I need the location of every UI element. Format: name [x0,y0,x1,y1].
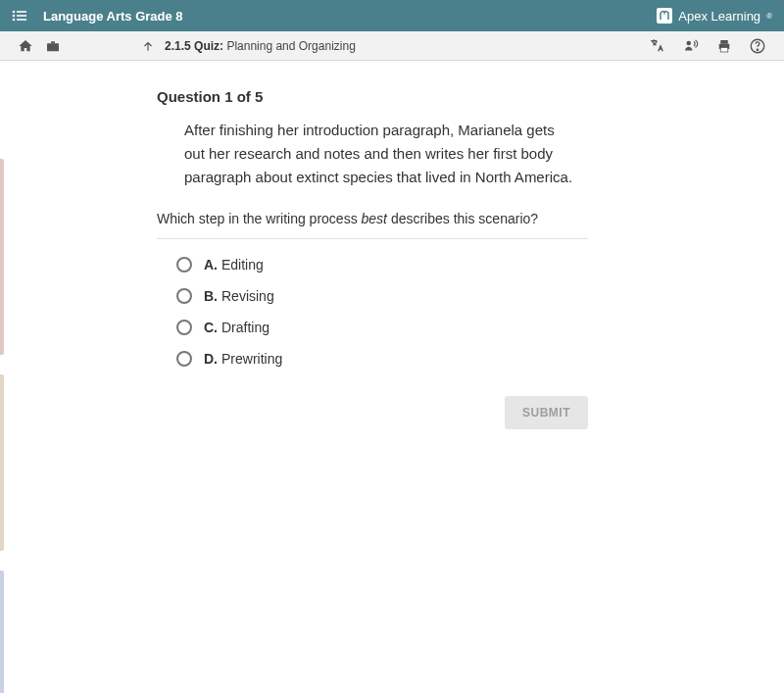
choices-list: A.Editing B.Revising C.Drafting D.Prewri… [176,257,588,367]
edge-accent [0,374,4,551]
radio-icon[interactable] [176,288,192,304]
radio-icon[interactable] [176,320,192,335]
svg-point-0 [13,11,16,14]
choice-a[interactable]: A.Editing [176,257,588,272]
prompt-post: describes this scenario? [387,211,538,226]
choice-text: Revising [221,288,274,304]
svg-rect-6 [657,8,672,24]
help-icon[interactable] [749,37,766,55]
question-prompt: Which step in the writing process best d… [157,211,588,226]
choice-c[interactable]: C.Drafting [176,320,588,335]
divider [157,238,588,239]
choice-text: Drafting [221,320,270,335]
radio-icon[interactable] [176,257,192,272]
svg-rect-3 [17,15,26,17]
sub-toolbar: 2.1.5 Quiz: Planning and Organizing [0,31,784,61]
svg-rect-8 [51,41,55,43]
choice-d[interactable]: D.Prewriting [176,351,588,367]
choice-b[interactable]: B.Revising [176,288,588,304]
brand-text: Apex Learning [678,9,760,24]
choice-letter: C. [204,320,218,335]
edge-accent [0,159,4,355]
print-icon[interactable] [715,37,733,55]
course-title: Language Arts Grade 8 [43,9,183,24]
menu-icon[interactable] [12,10,27,22]
read-aloud-icon[interactable] [682,37,700,55]
prompt-pre: Which step in the writing process [157,211,362,226]
question-panel: Question 1 of 5 After finishing her intr… [157,88,588,429]
crumb-title: Planning and Organizing [226,39,355,53]
question-passage: After finishing her introduction paragra… [184,119,576,189]
svg-rect-12 [720,47,728,52]
breadcrumb[interactable]: 2.1.5 Quiz: Planning and Organizing [141,39,356,53]
top-header: Language Arts Grade 8 Apex Learning ® [0,0,784,31]
choice-letter: B. [204,288,218,304]
home-icon[interactable] [18,38,33,54]
crumb-type: Quiz: [194,39,223,53]
svg-rect-1 [17,11,26,13]
up-arrow-icon[interactable] [141,39,155,53]
choice-text: Editing [221,257,264,272]
prompt-em: best [362,211,387,226]
edge-accent [0,570,4,693]
translate-icon[interactable] [649,37,666,55]
svg-point-14 [757,49,758,50]
radio-icon[interactable] [176,351,192,367]
briefcase-icon[interactable] [45,38,61,54]
choice-letter: A. [204,257,218,272]
svg-point-9 [687,40,692,45]
submit-button[interactable]: SUBMIT [505,396,588,429]
svg-rect-5 [17,19,26,21]
svg-point-4 [13,19,16,22]
svg-point-2 [13,15,16,18]
question-counter: Question 1 of 5 [157,88,588,105]
brand-logo[interactable]: Apex Learning ® [657,8,772,24]
choice-text: Prewriting [221,351,282,367]
svg-rect-7 [47,43,59,51]
crumb-number: 2.1.5 [165,39,191,53]
choice-letter: D. [204,351,218,367]
svg-rect-11 [720,40,728,44]
